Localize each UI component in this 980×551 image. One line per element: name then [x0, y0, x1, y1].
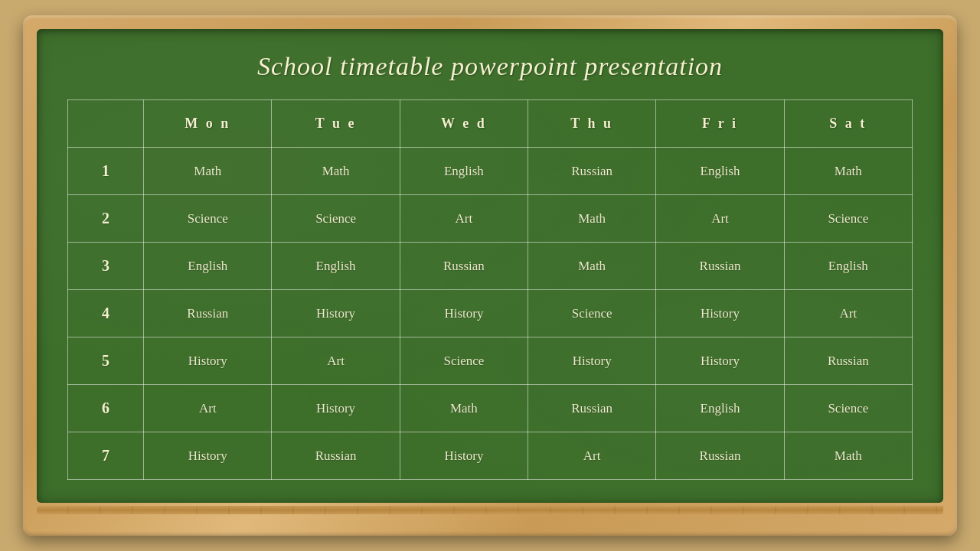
table-cell: English	[656, 385, 784, 432]
period-7: 7	[68, 432, 144, 480]
table-cell: Russian	[784, 337, 912, 385]
blackboard-surface: School timetable powerpoint presentation…	[37, 29, 943, 503]
table-cell: Russian	[272, 432, 400, 480]
chalk-tray	[37, 506, 943, 514]
table-cell: Science	[784, 195, 912, 243]
header-empty	[68, 100, 144, 148]
table-cell: Russian	[656, 432, 784, 480]
period-1: 1	[68, 148, 144, 195]
table-cell: Math	[272, 148, 400, 195]
table-cell: History	[272, 290, 400, 337]
period-6: 6	[68, 385, 144, 432]
table-cell: History	[272, 385, 400, 432]
table-cell: Art	[528, 432, 656, 480]
table-cell: English	[144, 243, 272, 290]
table-cell: Russian	[656, 243, 784, 290]
table-cell: Math	[528, 195, 656, 243]
table-cell: Russian	[400, 243, 528, 290]
table-cell: History	[656, 290, 784, 337]
table-cell: Math	[784, 148, 912, 195]
table-cell: History	[528, 337, 656, 385]
period-4: 4	[68, 290, 144, 337]
header-day-sat: S a t	[784, 100, 912, 148]
table-cell: History	[400, 290, 528, 337]
page-title: School timetable powerpoint presentation	[257, 52, 723, 81]
table-cell: Russian	[144, 290, 272, 337]
table-cell: Russian	[528, 148, 656, 195]
table-cell: Art	[272, 337, 400, 385]
table-cell: Math	[784, 432, 912, 480]
table-cell: Math	[400, 385, 528, 432]
blackboard-frame: School timetable powerpoint presentation…	[23, 15, 957, 536]
header-day-mon: M o n	[144, 100, 272, 148]
table-cell: Art	[144, 385, 272, 432]
table-cell: History	[144, 337, 272, 385]
table-row: 4RussianHistoryHistoryScienceHistoryArt	[68, 290, 913, 337]
table-cell: History	[656, 337, 784, 385]
timetable: M o nT u eW e dT h uF r iS a t 1MathMath…	[67, 99, 913, 480]
table-cell: English	[400, 148, 528, 195]
table-row: 2ScienceScienceArtMathArtScience	[68, 195, 913, 243]
table-cell: Science	[144, 195, 272, 243]
header-day-wed: W e d	[400, 100, 528, 148]
table-cell: History	[400, 432, 528, 480]
table-cell: History	[144, 432, 272, 480]
table-cell: Science	[784, 385, 912, 432]
table-row: 1MathMathEnglishRussianEnglishMath	[68, 148, 913, 195]
table-cell: Science	[400, 337, 528, 385]
table-row: 7HistoryRussianHistoryArtRussianMath	[68, 432, 913, 480]
period-2: 2	[68, 195, 144, 243]
table-cell: Art	[400, 195, 528, 243]
table-cell: English	[272, 243, 400, 290]
table-cell: Science	[528, 290, 656, 337]
table-row: 6ArtHistoryMathRussianEnglishScience	[68, 385, 913, 432]
table-cell: English	[784, 243, 912, 290]
table-cell: Science	[272, 195, 400, 243]
table-cell: English	[656, 148, 784, 195]
header-day-thu: T h u	[528, 100, 656, 148]
header-day-tue: T u e	[272, 100, 400, 148]
table-row: 3EnglishEnglishRussianMathRussianEnglish	[68, 243, 913, 290]
table-cell: Russian	[528, 385, 656, 432]
table-cell: Math	[528, 243, 656, 290]
period-5: 5	[68, 337, 144, 385]
header-day-fri: F r i	[656, 100, 784, 148]
table-cell: Math	[144, 148, 272, 195]
table-cell: Art	[656, 195, 784, 243]
period-3: 3	[68, 243, 144, 290]
table-row: 5HistoryArtScienceHistoryHistoryRussian	[68, 337, 913, 385]
table-cell: Art	[784, 290, 912, 337]
